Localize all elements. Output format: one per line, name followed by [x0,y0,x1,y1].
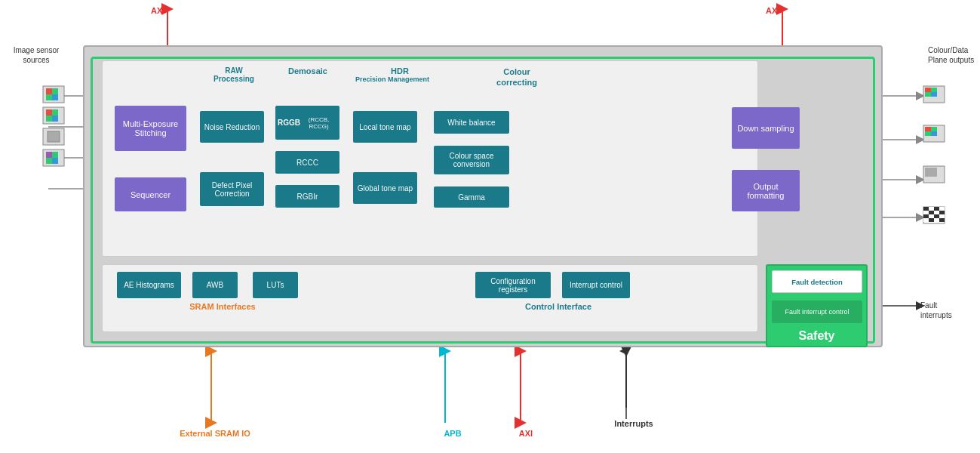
axi-top-left-label: AXI [151,6,164,15]
luts-box: LUTs [253,272,298,298]
colour-space-conversion-box: Colour space conversion [434,146,509,174]
raw-processing-header: RAW Processing [204,66,264,83]
svg-rect-66 [939,211,945,214]
svg-rect-44 [925,88,931,92]
configuration-registers-box: Configuration registers [475,272,551,298]
svg-rect-29 [46,94,52,100]
svg-rect-74 [939,218,945,222]
colour-correcting-header: Colour correcting [475,66,558,88]
fault-detection-box: Fault detection [772,270,862,293]
diagram-container: AXI AXI Image sensor sources Colour/Data… [0,0,980,453]
local-tone-map-box: Local tone map [353,111,417,143]
rgbir-box: RGBIr [275,185,339,208]
svg-rect-72 [929,218,934,222]
multi-exposure-stitching-box: Multi-Exposure Stitching [115,106,186,151]
svg-rect-46 [925,92,931,97]
svg-rect-55 [931,168,937,172]
image-sensor-sources-label: Image sensor sources [6,45,66,65]
svg-rect-56 [925,172,931,177]
precision-management-header: Precision Management [347,76,438,83]
svg-rect-39 [46,152,52,158]
svg-rect-59 [923,207,929,211]
svg-rect-70 [939,214,945,218]
svg-rect-54 [925,168,931,172]
safety-label: Safety [798,329,834,343]
svg-rect-50 [931,127,937,131]
sensor-icons [41,85,66,205]
svg-rect-60 [929,207,934,211]
inner-processing-area [102,60,758,257]
output-icons [922,85,967,236]
svg-rect-41 [46,158,52,164]
rggb-box: RGGB (RCCB, RCCG) [275,106,339,140]
svg-rect-62 [939,207,945,211]
svg-rect-33 [52,109,58,116]
output-formatting-box: Output formatting [732,170,800,211]
apb-label: APB [430,429,475,438]
svg-rect-63 [923,211,929,214]
svg-rect-67 [923,214,929,218]
svg-rect-69 [934,214,939,218]
sequencer-box: Sequencer [115,177,186,211]
svg-rect-28 [52,88,58,94]
rccc-box: RCCC [275,151,339,174]
svg-rect-37 [48,131,60,142]
svg-rect-49 [925,127,931,131]
svg-rect-68 [929,214,934,218]
gamma-box: Gamma [434,186,509,208]
svg-rect-57 [931,172,937,177]
svg-rect-30 [52,94,58,100]
svg-rect-61 [934,207,939,211]
svg-rect-47 [931,92,937,97]
svg-rect-73 [934,218,939,222]
svg-rect-45 [931,88,937,92]
fault-interrupt-control-box: Fault interrupt control [772,300,862,323]
svg-rect-34 [46,116,52,122]
demosaic-header: Demosaic [278,66,338,76]
svg-rect-52 [931,131,937,136]
awb-box: AWB [192,272,238,298]
white-balance-box: White balance [434,111,509,134]
fault-interrupts-label: Faultinterrupts [920,300,980,320]
axi-top-right-label: AXI [766,6,779,15]
svg-rect-64 [929,211,934,214]
down-sampling-box: Down sampling [732,107,800,149]
colour-data-outputs-label: Colour/Data Plane outputs [928,45,980,65]
interrupts-label: Interrupts [604,419,664,428]
svg-rect-71 [923,218,929,222]
noise-reduction-box: Noise Reduction [200,111,264,143]
svg-rect-51 [925,131,931,136]
svg-rect-42 [52,158,58,164]
control-interface-label: Control Interface [479,302,637,311]
sram-interfaces-label: SRAM Interfaces [132,302,313,311]
svg-rect-32 [46,109,52,116]
global-tone-map-box: Global tone map [353,172,417,204]
svg-rect-65 [934,211,939,214]
svg-rect-35 [52,116,58,122]
defect-pixel-correction-box: Defect Pixel Correction [200,172,264,206]
interrupt-control-box: Interrupt control [562,272,630,298]
hdr-header: HDR [370,66,430,76]
external-sram-io-label: External SRAM IO [162,429,268,438]
svg-rect-27 [46,88,52,94]
svg-rect-40 [52,152,58,158]
ae-histograms-box: AE Histograms [117,272,181,298]
axi-bottom-label: AXI [507,429,545,438]
